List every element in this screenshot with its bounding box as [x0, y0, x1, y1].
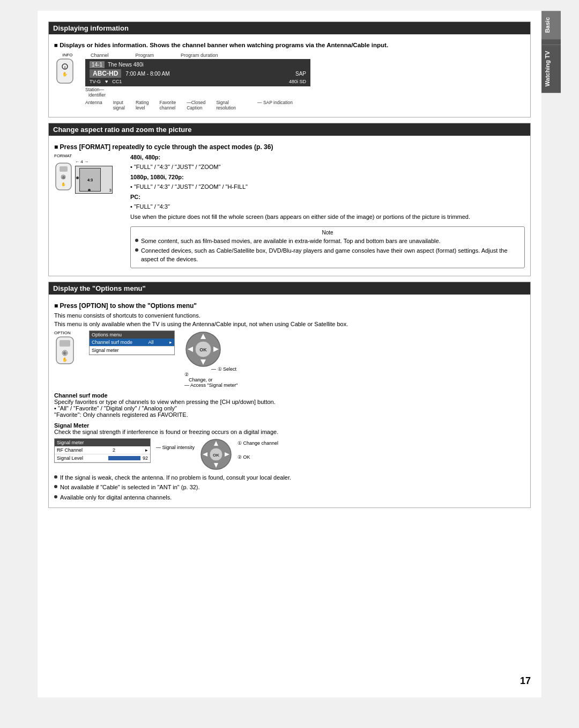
manual-page: Basic Watching TV Displaying information… — [38, 11, 541, 697]
format-button-label: FORMAT — [54, 153, 124, 158]
change-channel-label: ① Change channel — [237, 440, 278, 446]
note-title: Note — [135, 230, 520, 236]
signal-meter-title: Signal Meter — [54, 422, 525, 429]
mode3-title: PC: — [130, 194, 140, 200]
mode2-content: • "FULL" / "4:3" / "JUST" / "ZOOM" / "H-… — [130, 183, 525, 191]
closed-caption-label: —ClosedCaption — [187, 100, 205, 111]
options-menu-box: Options menu Channel surf mode All ▸ Sig… — [89, 330, 175, 355]
channel-surf-title: Channel surf mode — [54, 392, 525, 399]
section2-header: Change aspect ratio and zoom the picture — [49, 123, 530, 136]
section3-intro1: This menu consists of shortcuts to conve… — [54, 312, 525, 319]
antenna-label: Antenna — [85, 100, 102, 111]
signal-nav-control: OK — [200, 438, 232, 470]
signal-bullet-3: Available only for digital antenna chann… — [54, 494, 525, 502]
options-menu-row-1: Channel surf mode All ▸ — [90, 339, 174, 347]
nav-control: OK — [184, 330, 222, 368]
signal-bar — [108, 456, 140, 460]
note-bullet-1: Some content, such as film-based movies,… — [135, 237, 520, 245]
section-aspect-ratio: Change aspect ratio and zoom the picture… — [48, 123, 531, 276]
signal-intensity-label: — Signal intensity — [156, 445, 195, 450]
signal-level-row: Signal Level 92 — [55, 454, 150, 462]
svg-text:OK: OK — [199, 347, 207, 352]
station-identifier-label: Station—identifier — [85, 87, 106, 98]
svg-rect-10 — [60, 340, 70, 347]
svg-text:✋: ✋ — [61, 182, 66, 187]
format-diagram: FORMAT ⊕ ✋ ← 4 → — [54, 153, 124, 194]
signal-resolution-label: Signalresolution — [216, 100, 236, 111]
info-button-icon: i ✋ — [54, 58, 76, 85]
input-signal-label: Inputsignal — [113, 100, 125, 111]
section3-intro2: This menu is only available when the TV … — [54, 321, 525, 327]
signal-bullet-1: If the signal is weak, check the antenna… — [54, 474, 525, 482]
signal-meter-menu-title: Signal meter — [55, 439, 150, 446]
favorite-channel-label: Favoritechannel — [159, 100, 176, 111]
page-number: 17 — [520, 675, 531, 687]
channel-surf-desc: Specify favorites or type of channels to… — [54, 399, 525, 405]
section2-subsection: ■ Press [FORMAT] repeatedly to cycle thr… — [54, 143, 525, 151]
svg-rect-0 — [57, 59, 73, 83]
note-box: Note Some content, such as film-based mo… — [130, 226, 525, 268]
svg-text:OK: OK — [213, 453, 219, 458]
access-label: — Access "Signal meter" — [184, 383, 237, 388]
program-duration-label: Program duration — [181, 53, 218, 58]
signal-ok-label: ② OK — [237, 454, 278, 460]
section3-subsection: ■ Press [OPTION] to show the "Options me… — [54, 302, 525, 310]
cc-label: CC1 — [112, 79, 122, 84]
basic-tab: Basic — [541, 11, 561, 39]
mode3-content: • "FULL" / "4:3" — [130, 203, 525, 211]
channel-surf-options: • "All" / "Favorite" / "Digital only" / … — [54, 405, 525, 411]
resolution-label: 480i SD — [289, 79, 306, 84]
sap-indication-label: — SAP indication — [257, 100, 293, 105]
options-menu-row-2: Signal meter — [90, 347, 174, 355]
signal-meter-desc: Check the signal strength if interferenc… — [54, 429, 525, 435]
svg-text:✋: ✋ — [62, 357, 68, 362]
section-displaying-info: Displaying information ■ Displays or hid… — [48, 21, 531, 117]
station-name: ABC-HD — [90, 69, 121, 78]
mode1-content: • "FULL" / "4:3" / "JUST" / "ZOOM" — [130, 163, 525, 171]
svg-text:⊕: ⊕ — [63, 350, 67, 356]
signal-bullet-2: Not available if "Cable" is selected in … — [54, 483, 525, 491]
rating-level-label: Ratinglevel — [136, 100, 149, 111]
svg-rect-5 — [60, 166, 68, 172]
channel-label: Channel — [91, 53, 109, 58]
format-arrow: ← 4 → — [75, 159, 88, 164]
info-label: INFO — [54, 53, 81, 57]
rating-value: TV-G — [90, 79, 101, 84]
svg-text:✋: ✋ — [62, 71, 68, 77]
section3-header: Display the "Options menu" — [49, 282, 530, 295]
format-remote-icon: ⊕ ✋ — [54, 162, 73, 192]
channel-number: 14-1 — [90, 61, 105, 68]
change-label: ② Change, or — [184, 372, 237, 383]
diagram-number-3: 3 — [109, 188, 112, 193]
rf-channel-row: RF Channel 2 ▸ — [55, 446, 150, 454]
option-button-label: OPTION — [54, 330, 84, 335]
program-label: Program — [136, 53, 154, 58]
options-menu-title: Options menu — [90, 331, 174, 339]
note-bullet-2: Connected devices, such as Cable/Satelli… — [135, 247, 520, 263]
section1-intro: ■ Displays or hides information. Shows t… — [54, 42, 525, 48]
channel-surf-favorite: "Favorite": Only channels registered as … — [54, 411, 525, 418]
option-remote-icon: ⊕ ✋ — [54, 336, 76, 365]
program-name: The News 480i — [108, 62, 144, 68]
mode2-title: 1080p, 1080i, 720p: — [130, 174, 184, 180]
svg-text:⊕: ⊕ — [62, 175, 65, 180]
sap-label: SAP — [295, 71, 306, 77]
section-options-menu: Display the "Options menu" ■ Press [OPTI… — [48, 282, 531, 508]
signal-meter-box: Signal meter RF Channel 2 ▸ Signal Level — [54, 438, 151, 463]
program-time: 7:00 AM - 8:00 AM — [125, 71, 169, 77]
format-description: Use when the picture does not fill the w… — [130, 213, 525, 221]
side-tabs: Basic Watching TV — [541, 11, 561, 93]
mode1-title: 480i, 480p: — [130, 154, 160, 160]
svg-text:i: i — [64, 65, 65, 70]
heart-icon: ♥ — [105, 79, 108, 84]
section1-header: Displaying information — [49, 22, 530, 34]
format-content: 480i, 480p: • "FULL" / "4:3" / "JUST" / … — [130, 153, 525, 271]
watching-tv-tab: Watching TV — [541, 45, 561, 93]
